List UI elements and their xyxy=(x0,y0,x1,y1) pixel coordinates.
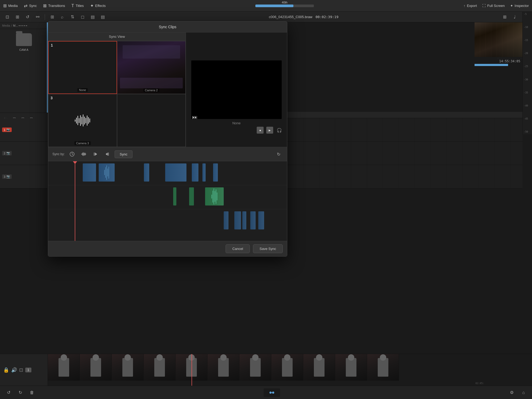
film-frame-10[interactable] xyxy=(335,354,367,381)
clip-block-1f[interactable] xyxy=(202,163,206,182)
clip-block-2b[interactable] xyxy=(189,187,194,205)
progress-bar[interactable] xyxy=(255,5,314,7)
save-sync-button[interactable]: Save Sync xyxy=(253,244,283,253)
clip-block-3a[interactable] xyxy=(224,211,228,229)
film-frame-6[interactable] xyxy=(207,354,239,381)
tool-layout[interactable]: ⊡ xyxy=(3,13,11,21)
cancel-button[interactable]: Cancel xyxy=(226,244,250,253)
nav-titles[interactable]: T Titles xyxy=(71,3,84,8)
sync-cell-1[interactable]: 1 None xyxy=(48,41,117,94)
clip-block-1a[interactable] xyxy=(83,163,96,182)
clip-block-1g[interactable] xyxy=(213,163,218,182)
preview-main xyxy=(191,60,282,119)
wf-bar xyxy=(76,118,77,124)
tool-link[interactable]: ⚯ xyxy=(34,13,41,21)
film-person-9 xyxy=(314,358,325,377)
tool-grid[interactable]: ⊞ xyxy=(48,13,56,21)
tool-new[interactable]: ⊞ xyxy=(13,13,21,21)
tool-undo[interactable]: ↺ xyxy=(23,13,31,21)
nav-effects[interactable]: ✦ Effects xyxy=(90,3,106,8)
svg-rect-6 xyxy=(84,153,84,155)
headphone-btn[interactable]: 🎧 xyxy=(276,127,283,134)
film-person-2 xyxy=(90,358,101,377)
film-person-3 xyxy=(122,358,133,377)
skip-to-end-icon[interactable]: ⏭ xyxy=(192,114,198,120)
audience-row xyxy=(120,78,183,88)
tool-audio2[interactable]: ♩ xyxy=(511,13,519,21)
nav-export[interactable]: ↑ Export xyxy=(464,4,477,8)
tool-cam[interactable]: ⊞ xyxy=(501,13,509,21)
film-frame-2[interactable] xyxy=(80,354,112,381)
progress-label: 40th xyxy=(282,1,287,4)
tool-audio[interactable]: ▤ xyxy=(99,13,107,21)
redo-btn[interactable]: ↻ xyxy=(16,388,24,397)
sync-out-btn[interactable] xyxy=(103,150,111,158)
clip-block-1d[interactable] xyxy=(165,163,186,182)
svg-rect-5 xyxy=(83,152,84,156)
clip-block-3b[interactable] xyxy=(234,211,241,229)
clip-block-1b[interactable] xyxy=(99,163,115,182)
settings-icon-btn[interactable]: ⚙ xyxy=(508,388,516,397)
nav-media[interactable]: ⊞ Media xyxy=(3,3,18,8)
clip-block-3c[interactable] xyxy=(242,211,246,229)
tool-sort[interactable]: ⇅ xyxy=(68,13,76,21)
effects-icon: ✦ xyxy=(90,3,94,8)
wf-bar xyxy=(88,117,89,124)
filmstrip-sidebar: 🔒 🔊 ⊡ 1 xyxy=(0,354,48,386)
nav-inspector[interactable]: ✦ Inspector xyxy=(510,4,529,8)
svg-rect-11 xyxy=(108,153,109,156)
delete-btn[interactable]: 🗑 xyxy=(28,388,36,397)
sync-cell-2[interactable]: 2 Camera 2 xyxy=(117,41,186,94)
dialog-track-2 xyxy=(48,185,287,209)
svg-rect-8 xyxy=(85,153,86,155)
track-number-badge: 1 xyxy=(25,368,31,372)
film-frame-7[interactable] xyxy=(239,354,271,381)
clip-block-3e[interactable] xyxy=(258,211,264,229)
loop-icon[interactable]: ↻ xyxy=(274,150,283,158)
sync-button[interactable]: Sync xyxy=(115,150,132,158)
film-figure-4 xyxy=(144,354,175,381)
home-icon-btn[interactable]: ⌂ xyxy=(519,388,528,397)
play-btn[interactable]: ▶ xyxy=(266,127,273,134)
audio-icon[interactable]: 🔊 xyxy=(11,367,17,373)
sync-timecode-btn[interactable] xyxy=(68,150,76,158)
clip-block-2c[interactable] xyxy=(205,187,224,205)
film-frame-3[interactable] xyxy=(112,354,144,381)
film-frame-9[interactable] xyxy=(303,354,335,381)
svg-point-13 xyxy=(269,392,272,394)
sync-waveform-btn[interactable] xyxy=(80,150,88,158)
film-frame-4[interactable] xyxy=(144,354,176,381)
film-frame-1[interactable] xyxy=(48,354,80,381)
cam-a-thumb[interactable]: CAM A xyxy=(0,29,48,56)
svg-marker-10 xyxy=(95,153,97,156)
track-label-3: 3 📷 xyxy=(0,165,48,188)
sync-in-btn[interactable] xyxy=(91,150,100,158)
export-icon: ↑ xyxy=(464,4,466,8)
clip-block-1e[interactable] xyxy=(192,163,198,182)
fullscreen-icon-tl[interactable]: ⊡ xyxy=(19,367,23,373)
wf-bar xyxy=(83,114,84,126)
clip-block-3d[interactable] xyxy=(250,211,256,229)
wf-bar xyxy=(89,118,90,122)
film-frame-11[interactable] xyxy=(367,354,399,381)
lock-icon[interactable]: 🔒 xyxy=(3,367,9,373)
tool-search[interactable]: ⌕ xyxy=(58,13,66,21)
tool-video[interactable]: ▤ xyxy=(89,13,97,21)
film-figure-7 xyxy=(239,354,271,381)
undo-btn[interactable]: ↺ xyxy=(4,388,13,397)
nav-sync[interactable]: ⇄ Sync xyxy=(24,3,37,8)
sync-cell-4[interactable] xyxy=(117,94,186,147)
file-name: c006_04231455_C005.braw xyxy=(269,15,312,19)
film-figure-3 xyxy=(112,354,143,381)
camera3-waveform xyxy=(75,113,90,129)
progress-wrapper: 40th xyxy=(255,5,314,7)
nav-transitions[interactable]: ⊠ Transitions xyxy=(43,3,65,8)
film-frame-8[interactable] xyxy=(271,354,303,381)
clip-block-2a[interactable] xyxy=(173,187,176,205)
dialog-track-3 xyxy=(48,209,287,233)
tool-image[interactable]: ◻ xyxy=(78,13,86,21)
sync-cell-3[interactable]: 3 Camera 3 xyxy=(48,94,117,147)
stop-btn[interactable]: ■ xyxy=(257,127,264,134)
clip-block-1c[interactable] xyxy=(144,163,149,182)
nav-fullscreen[interactable]: ⛶ Full Screen xyxy=(482,4,505,8)
